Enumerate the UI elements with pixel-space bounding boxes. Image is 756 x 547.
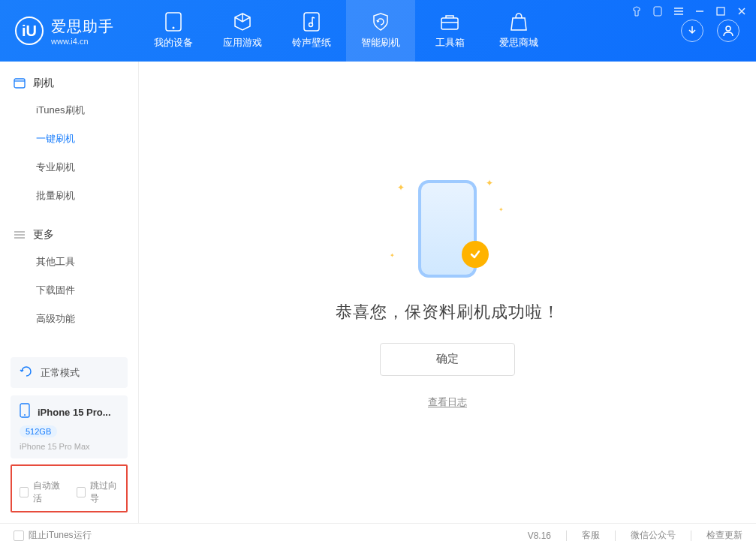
success-check-icon	[462, 241, 489, 268]
menu-icon[interactable]	[673, 6, 684, 17]
music-icon	[302, 12, 321, 32]
device-mode-box[interactable]: 正常模式	[11, 357, 128, 388]
logo-area: iU 爱思助手 www.i4.cn	[0, 0, 139, 62]
sidebar-section-more[interactable]: 更多	[0, 222, 138, 248]
nav-apps-games[interactable]: 应用游戏	[208, 0, 277, 62]
phone-icon	[20, 403, 30, 421]
logo-icon: iU	[15, 17, 44, 45]
success-illustration: ✦ ✦ ✦ ✦	[384, 176, 511, 281]
svg-rect-7	[717, 8, 724, 15]
footer-link-wechat[interactable]: 微信公众号	[631, 529, 676, 542]
svg-point-3	[309, 23, 313, 27]
phone-small-icon[interactable]	[652, 6, 663, 17]
sidebar-item-oneclick-flash[interactable]: 一键刷机	[0, 125, 138, 153]
maximize-button[interactable]	[715, 6, 726, 17]
close-button[interactable]	[736, 6, 747, 17]
main-content: ✦ ✦ ✦ ✦ 恭喜您，保资料刷机成功啦！ 确定 查看日志	[139, 62, 756, 523]
device-info-box[interactable]: iPhone 15 Pro... 512GB iPhone 15 Pro Max	[11, 395, 128, 458]
checkbox-auto-activate[interactable]: 自动激活	[20, 479, 63, 505]
svg-point-10	[24, 414, 26, 416]
nav-my-device[interactable]: 我的设备	[139, 0, 208, 62]
device-storage-badge: 512GB	[20, 425, 57, 437]
version-label: V8.16	[528, 530, 551, 541]
checkbox-icon[interactable]	[77, 487, 86, 497]
sidebar-item-pro-flash[interactable]: 专业刷机	[0, 153, 138, 182]
logo-subtitle: www.i4.cn	[51, 37, 114, 46]
footer-link-update[interactable]: 检查更新	[706, 529, 742, 542]
block-itunes-label: 阻止iTunes运行	[29, 529, 92, 542]
success-message: 恭喜您，保资料刷机成功啦！	[336, 301, 560, 323]
user-button[interactable]	[717, 20, 739, 42]
sidebar-item-advanced[interactable]: 高级功能	[0, 305, 138, 333]
refresh-icon	[20, 365, 33, 380]
window-icon	[14, 77, 26, 89]
svg-rect-4	[441, 18, 458, 29]
more-icon	[14, 229, 26, 241]
device-icon	[164, 12, 183, 32]
svg-point-5	[726, 26, 730, 31]
view-log-link[interactable]: 查看日志	[428, 395, 467, 409]
footer-link-support[interactable]: 客服	[582, 529, 600, 542]
svg-point-1	[173, 27, 175, 29]
cube-icon	[233, 12, 252, 32]
sidebar-section-flash[interactable]: 刷机	[0, 71, 138, 96]
toolbox-icon	[440, 12, 459, 32]
nav-toolbox[interactable]: 工具箱	[415, 0, 484, 62]
sidebar-item-itunes-flash[interactable]: iTunes刷机	[0, 96, 138, 125]
bag-icon	[509, 12, 529, 32]
checkbox-skip-guide[interactable]: 跳过向导	[77, 479, 120, 505]
top-nav: 我的设备 应用游戏 铃声壁纸 智能刷机 工具箱	[139, 0, 681, 62]
refresh-shield-icon	[371, 12, 390, 32]
svg-rect-2	[304, 13, 319, 31]
window-controls	[631, 6, 747, 17]
nav-smart-flash[interactable]: 智能刷机	[346, 0, 415, 62]
sidebar-item-download-firmware[interactable]: 下载固件	[0, 276, 138, 305]
nav-store[interactable]: 爱思商城	[484, 0, 553, 62]
device-model: iPhone 15 Pro Max	[20, 442, 119, 451]
minimize-button[interactable]	[694, 6, 705, 17]
nav-ringtones[interactable]: 铃声壁纸	[277, 0, 346, 62]
highlighted-options: 自动激活 跳过向导	[11, 464, 128, 512]
svg-rect-6	[654, 7, 661, 16]
sidebar-item-other-tools[interactable]: 其他工具	[0, 248, 138, 276]
device-name: iPhone 15 Pro...	[38, 407, 111, 418]
download-button[interactable]	[681, 20, 703, 42]
sidebar-item-batch-flash[interactable]: 批量刷机	[0, 182, 138, 210]
ok-button[interactable]: 确定	[380, 343, 515, 376]
checkbox-block-itunes[interactable]	[14, 530, 24, 541]
svg-rect-8	[14, 79, 25, 88]
app-header: iU 爱思助手 www.i4.cn 我的设备 应用游戏 铃声壁纸	[0, 0, 756, 62]
sidebar: 刷机 iTunes刷机 一键刷机 专业刷机 批量刷机 更多 其他工具 下载固件 …	[0, 62, 139, 523]
checkbox-icon[interactable]	[20, 487, 29, 497]
logo-title: 爱思助手	[51, 17, 114, 37]
skin-icon[interactable]	[631, 6, 642, 17]
status-bar: 阻止iTunes运行 V8.16 客服 微信公众号 检查更新	[0, 523, 756, 547]
